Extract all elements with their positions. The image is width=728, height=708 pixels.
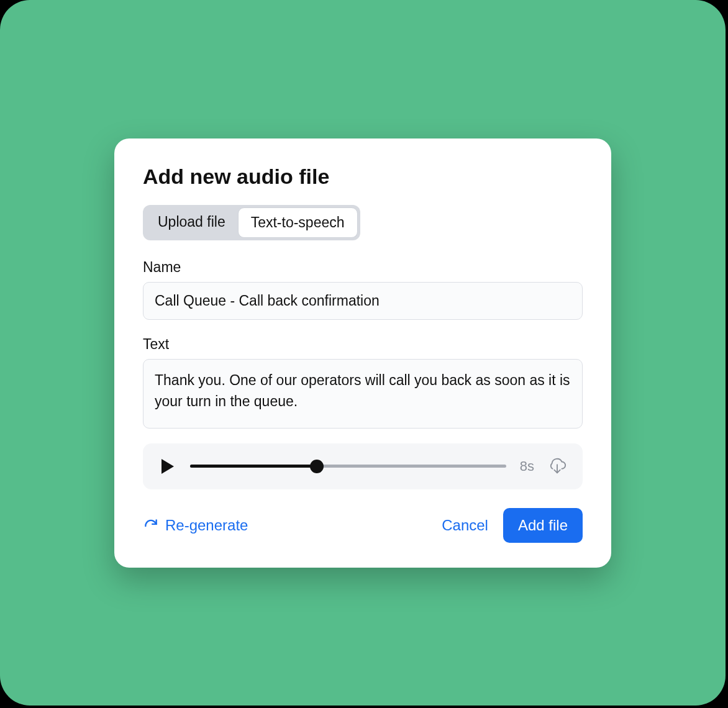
progress-slider[interactable] <box>190 460 506 473</box>
duration-label: 8s <box>520 458 534 474</box>
modal-title: Add new audio file <box>143 165 583 189</box>
tab-upload-file[interactable]: Upload file <box>145 207 238 238</box>
add-file-button[interactable]: Add file <box>503 508 583 543</box>
cloud-download-icon <box>548 457 566 476</box>
modal-footer: Re-generate Cancel Add file <box>143 508 583 543</box>
tab-text-to-speech[interactable]: Text-to-speech <box>238 207 358 238</box>
text-label: Text <box>143 336 583 353</box>
right-actions: Cancel Add file <box>442 508 583 543</box>
play-button[interactable] <box>159 458 176 475</box>
modal-backdrop: Add new audio file Upload file Text-to-s… <box>0 0 726 706</box>
add-audio-modal: Add new audio file Upload file Text-to-s… <box>114 138 611 568</box>
track-fill <box>190 465 317 468</box>
download-button[interactable] <box>548 457 566 476</box>
regenerate-button[interactable]: Re-generate <box>143 517 248 534</box>
audio-player: 8s <box>143 443 583 489</box>
name-label: Name <box>143 259 583 276</box>
name-input[interactable] <box>143 282 583 320</box>
text-input[interactable]: Thank you. One of our operators will cal… <box>143 359 583 429</box>
play-icon <box>160 458 175 475</box>
cancel-button[interactable]: Cancel <box>442 517 488 534</box>
regenerate-label: Re-generate <box>165 517 248 534</box>
mode-segmented-control: Upload file Text-to-speech <box>143 205 360 240</box>
track-thumb[interactable] <box>310 460 324 473</box>
refresh-icon <box>143 517 159 533</box>
